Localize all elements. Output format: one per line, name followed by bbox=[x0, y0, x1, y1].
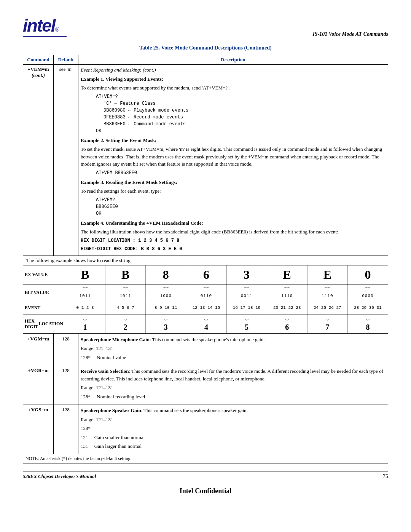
vgr-command-label: +VGR=m bbox=[28, 367, 49, 373]
ex-char-2: 8 bbox=[163, 268, 169, 282]
bit-col-6: ⌒ 1110 bbox=[307, 284, 348, 301]
vgr-default-cell: 128 bbox=[54, 365, 78, 404]
loc-col-4: ⌣ 5 bbox=[227, 315, 267, 333]
vgm-default-value: 128 bbox=[62, 336, 70, 342]
loc-num-2: 3 bbox=[164, 323, 168, 332]
vgs-val3-row: 131 Gain larger than normal bbox=[81, 443, 386, 450]
col-header-default: Default bbox=[54, 55, 78, 65]
vem-command-cell: +VEM=m(cont.) bbox=[23, 65, 54, 256]
event-col-2: 8 9 10 11 bbox=[146, 301, 186, 315]
vgm-command-label: +VGM=m bbox=[27, 336, 49, 342]
table-title: Table 25. Voice Mode Command Description… bbox=[23, 45, 388, 51]
code3-line-2: BB863EE0 bbox=[96, 203, 386, 210]
vgs-val1: 128* bbox=[81, 425, 386, 432]
ex-col-7: 0 bbox=[348, 265, 388, 284]
code-line-2: 'C' ← Feature Class bbox=[104, 100, 386, 107]
loc-arrow-4: ⌣ bbox=[245, 316, 249, 323]
vgr-default-value: 128 bbox=[62, 367, 70, 373]
diagram-labels: EX VALUE BIT VALUE EVENT HEX DIGITLOCATI… bbox=[23, 265, 65, 333]
example3-code: AT+VEM? BB863EE0 OK bbox=[96, 197, 386, 217]
example3-heading: Example 3. Reading the Event Mask Settin… bbox=[81, 179, 177, 185]
bits-3: 0110 bbox=[201, 294, 212, 298]
ex-char-0: B bbox=[81, 268, 89, 282]
loc-col-5: ⌣ 6 bbox=[267, 315, 307, 333]
loc-col-1: ⌣ 2 bbox=[105, 315, 146, 333]
vgs-command-label: +VGS=m bbox=[28, 407, 48, 412]
hex-digit-label-text: HEX DIGIT bbox=[25, 318, 39, 329]
vgs-command-cell: +VGS=m bbox=[23, 404, 54, 454]
code-line-1: AT+VEM=? bbox=[96, 93, 386, 100]
bits-4: 0011 bbox=[241, 294, 252, 298]
example2-code: AT+VEM=BB863EE0 bbox=[96, 169, 386, 176]
example4-text: The following illustration shows how the… bbox=[81, 228, 386, 236]
ex-char-3: 6 bbox=[203, 268, 209, 282]
table-row-note: NOTE: An asterisk (*) denotes the factor… bbox=[23, 454, 388, 463]
event-reporting-heading: Event Reporting and Masking: (cont.) bbox=[81, 67, 156, 73]
loc-arrow-2: ⌣ bbox=[164, 316, 168, 323]
vgs-label3: Gain larger than normal bbox=[94, 443, 142, 449]
col-header-command: Command bbox=[23, 55, 54, 65]
ex-char-6: E bbox=[323, 268, 331, 282]
loc-arrow-6: ⌣ bbox=[325, 316, 330, 323]
event-col-6: 24 25 26 27 bbox=[307, 301, 348, 315]
vgm-default-cell: 128 bbox=[54, 333, 78, 365]
vem-desc-cell: Event Reporting and Masking: (cont.) Exa… bbox=[78, 65, 388, 256]
vem-command-label: +VEM=m(cont.) bbox=[28, 66, 49, 78]
footer-manual-name: 536EX Chipset Developer's Manual bbox=[23, 473, 96, 479]
ex-col-6: E bbox=[307, 265, 348, 284]
bits-7: 0000 bbox=[362, 294, 373, 298]
table-row-vgs: +VGS=m 128 Speakerphone Speaker Gain: Th… bbox=[23, 404, 388, 454]
vgs-val3: 131 bbox=[81, 443, 88, 449]
example4-heading: Example 4. Understanding the +VEM Hexade… bbox=[81, 220, 203, 226]
vgr-range: Range: 121–131 bbox=[81, 384, 386, 391]
ex-col-0: B bbox=[65, 265, 105, 284]
code3-line-1: AT+VEM? bbox=[96, 197, 386, 203]
bits-1: 1011 bbox=[119, 294, 131, 298]
code-line-6: OK bbox=[96, 128, 386, 134]
loc-arrow-3: ⌣ bbox=[204, 316, 208, 323]
ex-char-1: B bbox=[121, 268, 129, 282]
page-bottom-title: Intel Confidential bbox=[23, 487, 388, 495]
arrow-3: ⌒ bbox=[203, 287, 210, 294]
main-table: Command Default Description +VEM=m(cont.… bbox=[23, 55, 388, 463]
vem-default-cell: see 'm' bbox=[54, 65, 78, 256]
table-row-vgr: +VGR=m 128 Receive Gain Selection: This … bbox=[23, 365, 388, 404]
code3-line-3: OK bbox=[96, 210, 386, 217]
event-row: 0 1 2 3 4 5 6 7 8 9 10 11 12 13 14 15 16… bbox=[65, 301, 388, 315]
bits-5: 1110 bbox=[281, 294, 293, 298]
vgr-desc-cell: Receive Gain Selection: This command set… bbox=[78, 365, 388, 404]
bit-col-5: ⌒ 1110 bbox=[267, 284, 307, 301]
bit-col-4: ⌒ 0011 bbox=[227, 284, 267, 301]
loc-num-6: 7 bbox=[325, 323, 329, 332]
event-col-4: 16 17 18 19 bbox=[227, 301, 267, 315]
arrow-6: ⌒ bbox=[324, 287, 331, 294]
event-col-0: 0 1 2 3 bbox=[65, 301, 105, 315]
loc-arrow-0: ⌣ bbox=[83, 316, 87, 323]
vgr-nominal: 128* Nominal recording level bbox=[81, 393, 386, 401]
example1-code: AT+VEM=? 'C' ← Feature Class DB860980 ← … bbox=[96, 93, 386, 134]
table-row-vem: +VEM=m(cont.) see 'm' Event Reporting an… bbox=[23, 65, 388, 256]
diagram-cell: The following example shows how to read … bbox=[23, 256, 388, 333]
vgm-desc-cell: Speakerphone Microphone Gain: This comma… bbox=[78, 333, 388, 365]
vgs-default-value: 128 bbox=[62, 407, 70, 412]
loc-num-3: 4 bbox=[204, 323, 208, 332]
vgm-nominal-label: Nominal value bbox=[97, 355, 126, 360]
vgs-label2: Gain smaller than normal bbox=[94, 435, 145, 440]
loc-col-3: ⌣ 4 bbox=[186, 315, 226, 333]
arrow-4: ⌒ bbox=[243, 287, 250, 294]
loc-num-5: 6 bbox=[285, 323, 289, 332]
table-row-diagram: The following example shows how to read … bbox=[23, 256, 388, 333]
vgm-desc-text: : This command sets the speakerphone's m… bbox=[150, 337, 264, 342]
ex-char-5: E bbox=[283, 268, 291, 282]
ex-value-row: B B 8 6 3 E E 0 bbox=[65, 265, 388, 284]
bits-6: 1110 bbox=[322, 294, 333, 298]
bit-col-7: ⌒ 0000 bbox=[348, 284, 388, 301]
note-text: NOTE: An asterisk (*) denotes the factor… bbox=[25, 456, 132, 461]
arrow-7: ⌒ bbox=[364, 287, 371, 294]
arrow-1: ⌒ bbox=[122, 287, 129, 294]
vgr-desc-bold: Receive Gain Selection bbox=[81, 368, 129, 374]
vgs-desc-text: : This command sets the speakerphone's s… bbox=[141, 407, 248, 413]
vgs-desc-bold: Speakerphone Speaker Gain bbox=[81, 407, 141, 413]
bit-value-label: BIT VALUE bbox=[23, 284, 65, 301]
footer-page-number: 75 bbox=[383, 473, 388, 479]
